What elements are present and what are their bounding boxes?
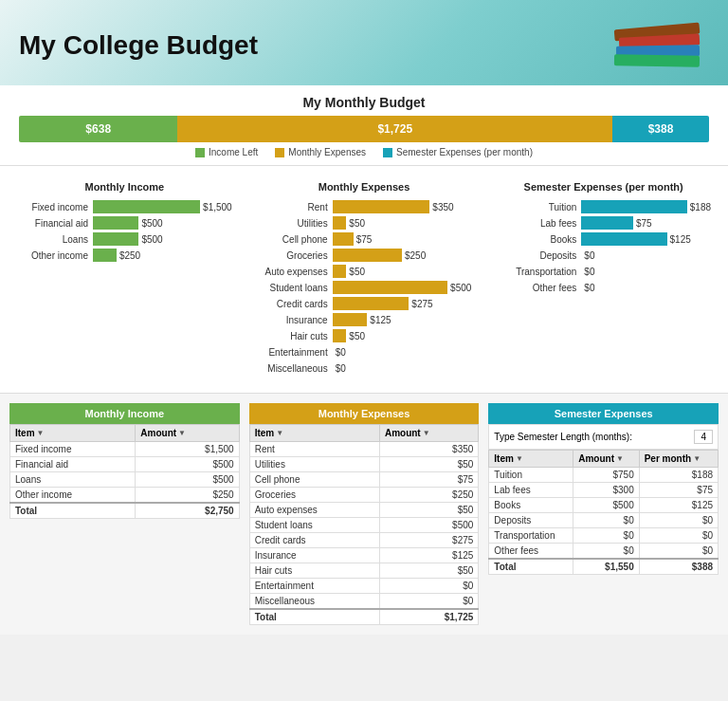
semester-expenses-chart: Semester Expenses (per month) Tuition $1… <box>488 175 719 383</box>
table-row: Hair cuts $50 <box>249 563 479 579</box>
semester-bar-value: $0 <box>584 250 594 261</box>
income-amount-cell: $250 <box>136 488 239 504</box>
expenses-bar-fill <box>333 232 354 246</box>
income-bar-value: $1,500 <box>203 202 232 212</box>
income-bar-fill <box>93 249 117 262</box>
expenses-bar-fill <box>333 329 347 342</box>
table-row: Other fees $0 $0 <box>489 544 719 560</box>
expense-item-cell: Hair cuts <box>249 563 379 579</box>
income-total-row: Total $2,750 <box>10 503 240 519</box>
svg-rect-3 <box>614 54 700 67</box>
expenses-bar-value: $50 <box>349 331 365 341</box>
income-amount-col-header[interactable]: Amount ▼ <box>136 425 239 442</box>
table-row: Loans $500 <box>10 472 240 488</box>
monthly-income-chart-title: Monthly Income <box>17 181 232 193</box>
table-row: Miscellaneous $0 <box>249 594 479 610</box>
semester-bar-value: $75 <box>636 218 652 229</box>
income-item-cell: Financial aid <box>10 457 136 472</box>
semester-permonth-cell: $188 <box>639 468 718 483</box>
expenses-bar-row: Cell phone $75 <box>257 232 472 246</box>
expenses-bar-label: Hair cuts <box>257 331 333 341</box>
monthly-income-chart: Monthly Income Fixed income $1,500 Finan… <box>9 175 240 383</box>
semester-total-amount: $1,550 <box>573 559 639 575</box>
sem-permonth-col-header[interactable]: Per month ▼ <box>639 451 718 468</box>
expenses-bar-container: $50 <box>333 216 472 230</box>
item-sort-icon: ▼ <box>37 429 45 437</box>
expenses-bar-row: Rent $350 <box>257 200 472 213</box>
expenses-bar-row: Insurance $125 <box>257 313 472 326</box>
monthly-expenses-bars: Rent $350 Utilities $50 Cell phone $75 G… <box>257 200 472 375</box>
expenses-bar-value: $75 <box>356 234 373 245</box>
table-row: Entertainment $0 <box>249 579 479 594</box>
header: My College Budget <box>0 0 728 85</box>
semester-bar-value: $125 <box>670 234 691 245</box>
expenses-bar-container: $50 <box>333 265 472 278</box>
table-row: Utilities $50 <box>249 457 479 472</box>
table-row: Rent $350 <box>249 442 479 457</box>
expense-amount-cell: $75 <box>379 472 478 488</box>
semester-item-cell: Tuition <box>489 468 573 483</box>
sem-item-col-header[interactable]: Item ▼ <box>489 451 573 468</box>
semester-bar-container: $188 <box>581 200 711 213</box>
expenses-amount-col-header[interactable]: Amount ▼ <box>379 425 478 442</box>
legend-income-left: Income Left <box>195 147 258 157</box>
semester-permonth-cell: $0 <box>639 513 718 528</box>
monthly-expenses-table-panel: Monthly Expenses Item ▼ Amount ▼ <box>249 403 480 625</box>
semester-amount-cell: $0 <box>573 544 639 560</box>
income-total-amount: $2,750 <box>136 503 239 519</box>
income-bar-fill <box>93 216 138 230</box>
budget-bar-section: My Monthly Budget $638 $1,725 $388 Incom… <box>0 85 728 166</box>
semester-bar-value: $0 <box>584 267 594 277</box>
monthly-expenses-chart: Monthly Expenses Rent $350 Utilities $50… <box>249 175 480 383</box>
semester-bar-label: Lab fees <box>496 218 581 229</box>
table-row: Auto expenses $50 <box>249 503 479 518</box>
monthly-income-table-panel: Monthly Income Item ▼ Amount ▼ <box>9 403 240 625</box>
expenses-bar-value: $275 <box>411 299 432 309</box>
semester-info: Type Semester Length (months): 4 <box>488 424 719 450</box>
semester-amount-cell: $0 <box>573 513 639 528</box>
monthly-expenses-dot <box>275 148 284 157</box>
table-row: Credit cards $275 <box>249 533 479 548</box>
table-row: Cell phone $75 <box>249 472 479 488</box>
sem-permonth-sort-icon: ▼ <box>693 454 701 463</box>
budget-legend: Income Left Monthly Expenses Semester Ex… <box>19 147 709 157</box>
expenses-bar-label: Miscellaneous <box>257 363 333 374</box>
expenses-bar-container: $50 <box>333 329 472 342</box>
semester-permonth-cell: $0 <box>639 544 718 560</box>
expense-item-cell: Cell phone <box>249 472 379 488</box>
semester-total-row: Total $1,550 $388 <box>489 559 719 575</box>
income-bar-label: Other income <box>17 250 93 261</box>
table-row: Books $500 $125 <box>489 498 719 513</box>
income-bar-container: $1,500 <box>93 200 232 213</box>
semester-expenses-table: Item ▼ Amount ▼ Per month ▼ <box>488 450 719 575</box>
monthly-expenses-table-header: Monthly Expenses <box>249 403 480 424</box>
expense-item-cell: Groceries <box>249 488 379 503</box>
sem-amount-sort-icon: ▼ <box>616 454 624 463</box>
expenses-bar-fill <box>333 281 447 294</box>
sem-amount-col-header[interactable]: Amount ▼ <box>573 451 639 468</box>
income-amount-cell: $500 <box>136 472 239 488</box>
expenses-bar-container: $250 <box>333 249 472 262</box>
expenses-bar-container: $0 <box>333 345 472 359</box>
income-bar-label: Financial aid <box>17 218 93 229</box>
semester-total-label: Total <box>489 559 573 575</box>
expenses-bar-value: $0 <box>336 363 346 374</box>
expenses-bar-container: $350 <box>333 200 472 213</box>
expenses-bar-row: Groceries $250 <box>257 249 472 262</box>
income-item-col-header[interactable]: Item ▼ <box>10 425 136 442</box>
income-bar-label: Fixed income <box>17 202 93 212</box>
income-amount-cell: $500 <box>136 457 239 472</box>
income-item-cell: Other income <box>10 488 136 504</box>
semester-bar-row: Deposits $0 <box>496 249 711 262</box>
monthly-income-table-header: Monthly Income <box>9 403 240 424</box>
expense-amount-cell: $250 <box>379 488 478 503</box>
semester-bar-label: Other fees <box>496 283 581 293</box>
income-item-cell: Fixed income <box>10 442 136 457</box>
semester-expenses-table-header: Semester Expenses <box>488 403 719 424</box>
expenses-item-col-header[interactable]: Item ▼ <box>249 425 379 442</box>
expenses-bar-label: Cell phone <box>257 234 333 245</box>
expense-amount-cell: $50 <box>379 457 478 472</box>
semester-item-cell: Transportation <box>489 528 573 544</box>
semester-item-cell: Lab fees <box>489 483 573 498</box>
semester-length-value[interactable]: 4 <box>694 430 713 444</box>
